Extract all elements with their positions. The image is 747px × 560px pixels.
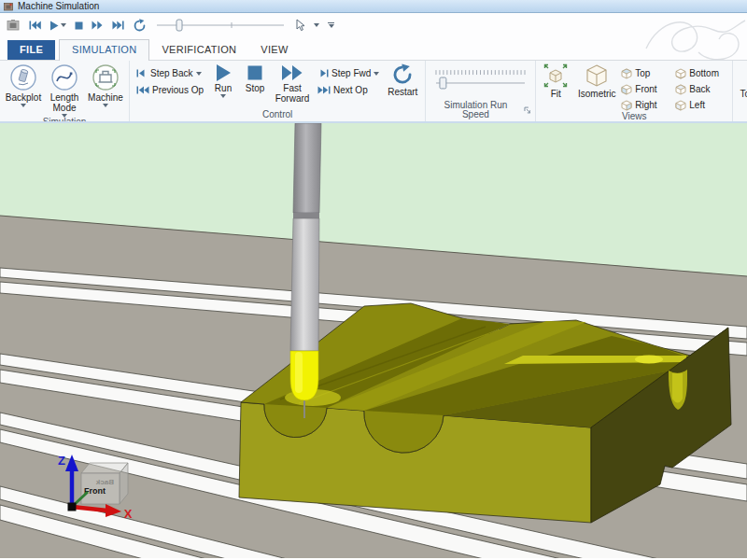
length-mode-button[interactable]: Length Mode (44, 62, 85, 118)
restart-button[interactable] (133, 17, 147, 34)
backplot-dropdown-icon[interactable] (21, 104, 26, 107)
group-simulation: Backplot Length Mode (0, 61, 130, 121)
length-mode-label: Length Mode (44, 92, 85, 113)
tool-holder (293, 123, 321, 213)
restart-icon (391, 63, 414, 86)
customize-toolbar-button[interactable] (328, 22, 334, 28)
tool-holder-joint (293, 213, 319, 218)
run-speed-dialog-launcher-icon[interactable] (524, 106, 531, 114)
fit-icon (543, 63, 568, 88)
next-op-button[interactable]: Next Op (317, 85, 379, 95)
view-back-label: Back (689, 84, 710, 94)
pointer-dropdown-icon[interactable] (314, 23, 319, 27)
run-speed-slider[interactable] (434, 69, 527, 93)
fit-button[interactable]: Fit (539, 62, 572, 99)
view-top-button[interactable]: Top (621, 66, 671, 80)
cutting-tool (290, 123, 321, 418)
isometric-label: Isometric (578, 89, 616, 99)
view-bottom-button[interactable]: Bottom (675, 66, 729, 80)
view-cube-icon (621, 68, 632, 79)
view-back-button[interactable]: Back (675, 82, 729, 96)
toolpath-button[interactable]: Toolpath (736, 62, 747, 99)
toolpath-label: Toolpath (740, 89, 747, 99)
simulation-viewport[interactable]: Back Front Z X (0, 123, 747, 558)
run-speed-handle[interactable] (440, 77, 446, 89)
group-display: Toolpath Tool (733, 61, 747, 121)
stop-button[interactable] (75, 17, 83, 34)
play-button[interactable] (49, 17, 66, 34)
fast-forward-icon (281, 63, 303, 82)
run-icon (215, 63, 232, 82)
qat-speed-slider[interactable] (155, 17, 286, 34)
pointer-tool-button[interactable] (294, 17, 305, 34)
z-axis-label: Z (58, 454, 65, 468)
restart-button-ribbon[interactable]: Restart (383, 62, 422, 97)
isometric-button[interactable]: Isometric (572, 62, 621, 99)
tab-simulation[interactable]: SIMULATION (59, 39, 149, 61)
tab-view[interactable]: VIEW (248, 40, 300, 60)
ribbon: Backplot Length Mode (0, 61, 747, 123)
ribbon-tabs: FILE SIMULATION VERIFICATION VIEW (0, 37, 747, 61)
previous-op-button[interactable]: Previous Op (136, 85, 204, 95)
backplot-button[interactable]: Backplot (3, 62, 44, 107)
stop-button-ribbon[interactable]: Stop (239, 62, 271, 93)
view-cube-icon (621, 84, 632, 95)
view-left-label: Left (689, 100, 705, 110)
fast-forward-button-ribbon[interactable]: Fast Forward (271, 62, 314, 104)
group-label-run-speed: Simulation Run Speed (430, 101, 520, 119)
machine-button[interactable]: Machine (85, 62, 126, 107)
window-title: Machine Simulation (18, 2, 99, 11)
step-fwd-icon (317, 69, 329, 77)
quick-access-toolbar (0, 13, 747, 37)
view-right-button[interactable]: Right (621, 98, 671, 112)
axis-origin (68, 503, 77, 511)
view-front-button[interactable]: Front (621, 82, 671, 96)
step-fwd-dropdown-icon[interactable] (374, 72, 379, 76)
fast-forward-button[interactable] (92, 17, 104, 34)
tool-tip (290, 351, 318, 400)
skip-to-start-button[interactable] (29, 17, 41, 34)
fit-label: Fit (551, 89, 561, 99)
machine-simulation-window: Machine Simulation (0, 0, 747, 560)
orientation-cube[interactable]: Back Front (81, 463, 128, 504)
view-cube-icon (621, 100, 632, 111)
fast-forward-label: Fast Forward (271, 83, 314, 104)
tool-shank (290, 218, 319, 351)
machine-dropdown-icon[interactable] (103, 104, 108, 107)
tab-file[interactable]: FILE (7, 40, 55, 60)
step-fwd-button[interactable]: Step Fwd (317, 68, 379, 78)
step-back-button[interactable]: Step Back (136, 68, 204, 78)
isometric-icon (585, 63, 609, 88)
play-dropdown-icon[interactable] (61, 23, 66, 27)
group-label-display (736, 119, 747, 121)
next-op-icon (317, 86, 331, 94)
group-run-speed: Simulation Run Speed (426, 61, 536, 121)
machine-icon (92, 63, 120, 91)
view-cube-icon (675, 84, 686, 95)
view-cube-icon (675, 68, 686, 79)
tab-verification[interactable]: VERIFICATION (149, 40, 248, 60)
skip-to-end-button[interactable] (112, 17, 124, 34)
view-top-label: Top (635, 68, 650, 78)
stop-label: Stop (246, 83, 265, 93)
backplot-icon (9, 63, 37, 91)
header: FILE SIMULATION VERIFICATION VIEW (0, 13, 747, 61)
machine-label: Machine (88, 92, 123, 103)
backplot-label: Backplot (6, 92, 41, 103)
previous-op-label: Previous Op (152, 85, 204, 95)
view-front-label: Front (635, 84, 656, 94)
x-axis-label: X (124, 507, 133, 521)
group-views: Fit Isometric Top Front (536, 61, 733, 121)
view-left-button[interactable]: Left (675, 98, 729, 112)
qat-slider-handle[interactable] (176, 20, 182, 31)
run-dropdown-icon[interactable] (220, 94, 226, 98)
step-back-dropdown-icon[interactable] (196, 72, 202, 76)
titlebar: Machine Simulation (0, 0, 747, 13)
step-back-icon (136, 69, 148, 77)
previous-op-icon (136, 86, 149, 94)
run-label: Run (215, 83, 232, 93)
run-button[interactable]: Run (207, 62, 239, 98)
group-control: Step Back Previous Op (130, 61, 426, 121)
machine-sim-icon[interactable] (6, 17, 21, 34)
group-label-control: Control (133, 110, 422, 121)
